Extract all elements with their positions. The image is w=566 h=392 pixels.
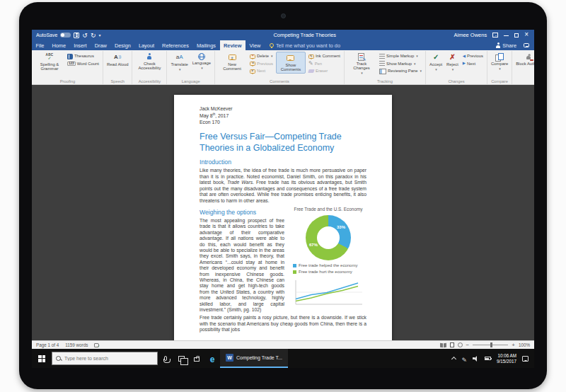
ribbon-group-language: Translate Language Language	[167, 51, 215, 84]
zoom-in-button[interactable]: +	[512, 343, 515, 347]
thesaurus-icon	[67, 54, 73, 59]
tab-review[interactable]: Review	[220, 40, 246, 50]
taskbar-search[interactable]	[52, 352, 158, 365]
ribbon-group-tracking: Track Changes Simple Markup Show Markup …	[345, 51, 426, 84]
ribbon-group-changes: Accept Reject Previous Next Changes	[426, 51, 487, 84]
task-view-button[interactable]	[173, 349, 189, 368]
legend-swatch-green	[293, 270, 296, 274]
title-bar: AutoSave Competing Trade Theories Aimee …	[32, 30, 534, 40]
zoom-slider[interactable]	[473, 345, 508, 345]
share-button[interactable]: Share	[490, 40, 522, 50]
track-changes-button[interactable]: Track Changes	[347, 52, 376, 76]
accept-icon	[433, 53, 439, 62]
zoom-out-button[interactable]: −	[466, 343, 470, 347]
proofing-status-icon[interactable]	[94, 343, 99, 347]
web-layout-icon[interactable]	[458, 342, 463, 347]
word-count-indicator[interactable]: 1159 words	[65, 342, 88, 347]
taskbar-clock[interactable]: 10:06 AM 9/15/2017	[497, 353, 516, 364]
document-page[interactable]: Jack McKeever May 8th, 2017 Econ 170 Fre…	[174, 95, 392, 340]
quick-access-caret-icon[interactable]	[98, 32, 100, 38]
next-change-button[interactable]: Next	[461, 61, 485, 67]
page-indicator[interactable]: Page 1 of 4	[36, 342, 59, 347]
undo-icon[interactable]	[82, 32, 88, 39]
reviewing-pane-dropdown[interactable]: Reviewing Pane	[378, 68, 423, 74]
legend-item-hurt: Free trade hurt the economy	[293, 270, 366, 275]
new-comment-button[interactable]: New Comment	[217, 52, 247, 72]
redo-icon[interactable]	[91, 32, 96, 39]
ink-comment-button[interactable]: Ink Comment	[307, 53, 342, 59]
delete-comment-button[interactable]: Delete	[248, 53, 275, 59]
embedded-chart-object[interactable]: Free Trade and the U.S. Economy 33% 67% …	[290, 207, 366, 308]
tab-design[interactable]: Design	[110, 40, 134, 50]
zoom-slider-knob[interactable]	[490, 342, 492, 347]
ribbon-group-speech: Read Aloud Speech	[103, 51, 132, 84]
edge-button[interactable]	[204, 349, 220, 368]
tab-mailings[interactable]: Mailings	[192, 40, 219, 50]
show-comments-button[interactable]: Show Comments	[276, 52, 306, 74]
read-mode-icon[interactable]	[440, 343, 446, 347]
thesaurus-button[interactable]: Thesaurus	[66, 53, 100, 59]
document-canvas[interactable]: Jack McKeever May 8th, 2017 Econ 170 Fre…	[32, 85, 534, 340]
comments-icon[interactable]	[524, 43, 529, 47]
maximize-button[interactable]	[514, 33, 519, 38]
tab-insert[interactable]: Insert	[70, 40, 91, 50]
windows-taskbar: Competing Trade T... 10:06 AM 9/15/2017	[32, 349, 534, 368]
cortana-mic-button[interactable]	[158, 349, 173, 368]
group-label-proofing: Proofing	[33, 79, 103, 83]
read-aloud-button[interactable]: Read Aloud	[105, 52, 129, 67]
block-authors-button[interactable]: Block Authors	[514, 52, 534, 67]
ribbon-group-proofing: Spelling & Grammar Thesaurus Word Count …	[33, 51, 103, 84]
spelling-grammar-button[interactable]: Spelling & Grammar	[35, 52, 64, 72]
show-hidden-icons-chevron[interactable]	[451, 357, 456, 362]
chart-title: Free Trade and the U.S. Economy	[290, 207, 366, 212]
autosave-toggle[interactable]	[60, 33, 71, 38]
tab-file[interactable]: File	[32, 40, 48, 50]
save-icon[interactable]	[74, 33, 79, 38]
minimize-button[interactable]	[504, 33, 509, 38]
globe-icon	[198, 53, 205, 60]
action-center-icon[interactable]	[522, 356, 529, 362]
tab-layout[interactable]: Layout	[134, 40, 158, 50]
battery-tray-icon[interactable]	[485, 357, 491, 360]
zoom-level[interactable]: 100%	[519, 342, 530, 347]
language-button[interactable]: Language	[191, 52, 212, 71]
simple-markup-dropdown[interactable]: Simple Markup	[378, 53, 423, 59]
volume-tray-icon[interactable]	[473, 356, 479, 362]
tab-view[interactable]: View	[246, 40, 265, 50]
start-button[interactable]	[32, 349, 52, 368]
previous-comment-button[interactable]: Previous	[248, 61, 275, 67]
previous-change-button[interactable]: Previous	[461, 53, 485, 59]
store-button[interactable]	[189, 349, 204, 368]
translate-button[interactable]: Translate	[169, 52, 189, 73]
search-input[interactable]	[64, 356, 154, 361]
read-aloud-icon	[114, 53, 121, 62]
check-accessibility-button[interactable]: Check Accessibility	[134, 52, 164, 71]
reject-icon	[449, 53, 455, 62]
reject-button[interactable]: Reject	[445, 52, 460, 73]
surface-pen-tray-icon[interactable]	[461, 352, 467, 365]
eraser-button[interactable]: Eraser	[307, 68, 342, 74]
donut-data-label-blue: 33%	[337, 225, 345, 229]
print-layout-icon[interactable]	[450, 342, 454, 347]
pen-button[interactable]: Pen	[307, 61, 342, 67]
tab-home[interactable]: Home	[48, 40, 70, 50]
word-count-button[interactable]: Word Count	[66, 61, 100, 67]
word-count-icon	[67, 61, 76, 67]
accept-button[interactable]: Accept	[428, 52, 444, 73]
microphone-icon	[164, 356, 167, 361]
compare-button[interactable]: Compare	[490, 52, 509, 72]
tab-references[interactable]: References	[158, 40, 193, 50]
next-comment-button[interactable]: Next	[248, 68, 275, 74]
show-markup-dropdown[interactable]: Show Markup	[378, 61, 423, 67]
tab-draw[interactable]: Draw	[91, 40, 110, 50]
ribbon-display-options-icon[interactable]	[492, 33, 498, 38]
taskbar-date: 9/15/2017	[497, 359, 516, 364]
group-label-accessibility: Accessibility	[132, 79, 166, 83]
word-task-button[interactable]: Competing Trade T...	[220, 349, 288, 368]
close-button[interactable]	[524, 32, 529, 38]
tell-me-box[interactable]: Tell me what you want to do	[265, 40, 345, 50]
status-bar: Page 1 of 4 1159 words − + 100%	[32, 340, 534, 349]
user-name[interactable]: Aimee Owens	[454, 32, 487, 38]
doc-author: Jack McKeever	[200, 106, 366, 112]
show-comments-icon	[287, 55, 294, 61]
